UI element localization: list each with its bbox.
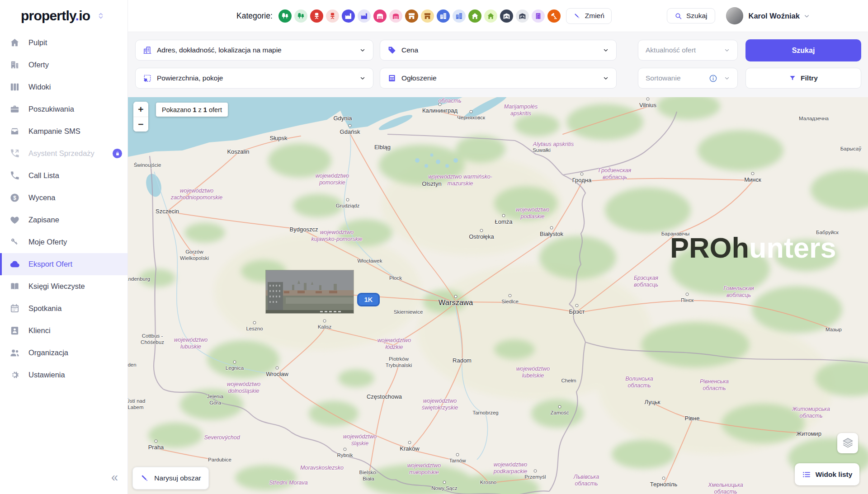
sidebar-item-oferty[interactable]: Oferty (0, 54, 127, 76)
chevron-updown-icon[interactable] (97, 12, 105, 20)
search-button[interactable]: Szukaj (667, 8, 715, 24)
door-light-icon[interactable] (532, 9, 545, 23)
map[interactable]: ŚwinoujścieSzczecinKoszalinSłupskGdyniaG… (128, 97, 868, 494)
sidebar-item-label: Organizacja (28, 348, 68, 357)
sidebar-item-kampanie-sms[interactable]: Kampanie SMS (0, 120, 127, 142)
categories-bar: Kategorie: Zmień (236, 0, 612, 32)
filter-sorting-dropdown[interactable]: Sortowanie (638, 68, 738, 89)
sidebar-item-eksport-ofert[interactable]: Eksport Ofert (0, 253, 127, 275)
users-icon (9, 348, 20, 358)
filter-area-rooms-dropdown[interactable]: Powierzchnia, pokoje (135, 68, 373, 89)
home-icon (9, 38, 20, 48)
inbox-icon (9, 126, 20, 136)
sidebar-item-ustawienia[interactable]: Ustawienia (0, 364, 127, 386)
change-categories-button[interactable]: Zmień (566, 8, 612, 24)
zoom-in-button[interactable]: + (133, 102, 148, 117)
kiosk-solid-icon[interactable] (405, 9, 418, 23)
sidebar-item-label: Kampanie SMS (28, 127, 80, 136)
warehouse-solid-icon[interactable] (373, 9, 387, 23)
filter-freshness-dropdown[interactable]: Aktualność ofert (638, 40, 738, 61)
book-icon (9, 281, 20, 292)
sidebar-item-call-lista[interactable]: Call Lista (0, 165, 127, 187)
key-icon (9, 237, 20, 247)
filter-area-rooms-label: Powierzchnia, pokoje (157, 74, 354, 82)
sidebar-item-wycena[interactable]: $Wycena (0, 187, 127, 209)
user-name[interactable]: Karol Woźniak (749, 12, 800, 20)
area-dashed-icon (143, 74, 152, 83)
garage-light-icon[interactable] (516, 9, 529, 23)
briefcase-icon (9, 104, 20, 114)
gavel-solid-icon[interactable] (547, 9, 561, 23)
chevron-down-icon (724, 47, 730, 53)
list-view-label: Widok listy (816, 470, 853, 479)
house-light-icon[interactable] (484, 9, 497, 23)
sidebar-item-moje-oferty[interactable]: Moje Oferty (0, 231, 127, 253)
list-view-button[interactable]: Widok listy (795, 463, 859, 485)
sidebar-item-poszukiwania[interactable]: Poszukiwania (0, 98, 127, 120)
logo[interactable]: propertly.io (0, 0, 127, 32)
sidebar-item-spotkania[interactable]: Spotkania (0, 297, 127, 320)
collapse-sidebar-button[interactable]: « (108, 471, 121, 484)
pencil-icon (140, 474, 149, 483)
funnel-icon (789, 75, 796, 82)
heart-icon (9, 215, 20, 225)
kiosk-light-icon[interactable] (421, 9, 434, 23)
apply-search-button[interactable]: Szukaj (745, 39, 861, 61)
lock-icon (113, 149, 122, 158)
sidebar-item-ksiegi-wieczyste[interactable]: Księgi Wieczyste (0, 275, 127, 297)
chair-solid-icon[interactable] (310, 9, 323, 23)
offer-photo-thumbnail[interactable] (266, 270, 354, 313)
sidebar-item-label: Widoki (28, 83, 51, 91)
sidebar-item-klienci[interactable]: Klienci (0, 320, 127, 342)
filter-listing-dropdown[interactable]: Ogłoszenie (380, 68, 617, 89)
sidebar-item-label: Poszukiwania (28, 105, 74, 113)
categories-label: Kategorie: (236, 11, 273, 21)
filter-price-dropdown[interactable]: Cena (380, 40, 617, 61)
search-button-label: Szukaj (686, 12, 708, 20)
sidebar-item-label: Asystent Sprzedaży (28, 149, 94, 158)
filter-address-label: Adres, dokładność, lokalizacja na mapie (157, 46, 354, 54)
zoom-out-button[interactable]: − (133, 117, 148, 132)
house-solid-icon[interactable] (468, 9, 481, 23)
logo-dot: . (75, 8, 79, 23)
avatar[interactable] (726, 7, 743, 24)
filter-freshness-label: Aktualność ofert (646, 46, 719, 54)
sidebar-item-organizacja[interactable]: Organizacja (0, 342, 127, 364)
draw-area-button[interactable]: Narysuj obszar (132, 467, 209, 489)
results-count-badge: Pokazano 1 z 1 ofert (156, 103, 228, 117)
sidebar-item-zapisane[interactable]: Zapisane (0, 209, 127, 231)
chevron-down-icon[interactable] (803, 13, 810, 19)
price-tag-icon (387, 46, 396, 55)
filters-button[interactable]: Filtry (745, 68, 861, 89)
trees-light-icon[interactable] (294, 9, 307, 23)
chair-light-icon[interactable] (326, 9, 339, 23)
trees-solid-icon[interactable] (278, 9, 292, 23)
city-buildings-icon (143, 46, 152, 55)
sidebar-item-asystent-sprzedazy[interactable]: Asystent Sprzedaży (0, 142, 127, 165)
filter-address-dropdown[interactable]: Adres, dokładność, lokalizacja na mapie (135, 40, 373, 61)
search-icon (675, 12, 682, 20)
apartment-solid-icon[interactable] (437, 9, 450, 23)
layers-icon (842, 437, 854, 450)
map-cluster-marker[interactable]: 1K (357, 293, 380, 306)
filter-price-label: Cena (401, 46, 598, 54)
warehouse-light-icon[interactable] (389, 9, 402, 23)
change-button-label: Zmień (585, 12, 604, 20)
svg-text:$: $ (13, 195, 16, 201)
sidebar-item-pulpit[interactable]: Pulpit (0, 32, 127, 54)
gear-icon (9, 370, 20, 380)
garage-solid-icon[interactable] (500, 9, 513, 23)
factory-solid-icon[interactable] (342, 9, 355, 23)
sidebar: propertly.io PulpitOfertyWidokiPoszukiwa… (0, 0, 128, 494)
chevron-down-icon (359, 47, 366, 53)
sidebar-item-label: Spotkania (28, 304, 61, 313)
sidebar-item-widoki[interactable]: Widoki (0, 76, 127, 98)
cloud-icon (9, 259, 20, 269)
sidebar-item-label: Wycena (28, 193, 55, 202)
sidebar-nav: PulpitOfertyWidokiPoszukiwaniaKampanie S… (0, 32, 127, 386)
chevron-down-icon (724, 75, 730, 81)
info-icon (709, 74, 717, 83)
apartment-light-icon[interactable] (453, 9, 466, 23)
map-layers-button[interactable] (837, 433, 858, 453)
factory-light-icon[interactable] (358, 9, 371, 23)
